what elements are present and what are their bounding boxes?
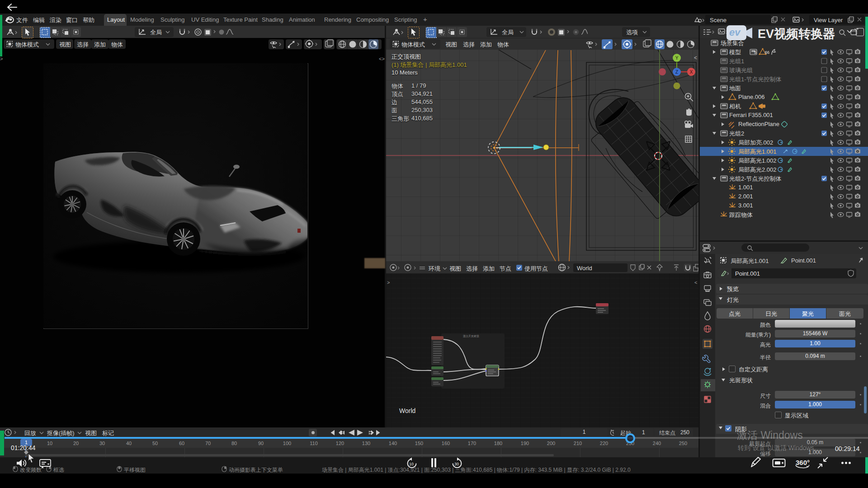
svg-text:X: X — [690, 70, 693, 75]
svg-text:Z: Z — [675, 70, 678, 75]
svg-text:5: 5 — [754, 50, 756, 55]
svg-text:30: 30 — [454, 462, 459, 466]
svg-text:66: 66 — [765, 50, 769, 55]
svg-text:混合天光材质: 混合天光材质 — [463, 334, 479, 338]
svg-text:10: 10 — [409, 462, 414, 466]
svg-text:Y: Y — [675, 56, 679, 61]
